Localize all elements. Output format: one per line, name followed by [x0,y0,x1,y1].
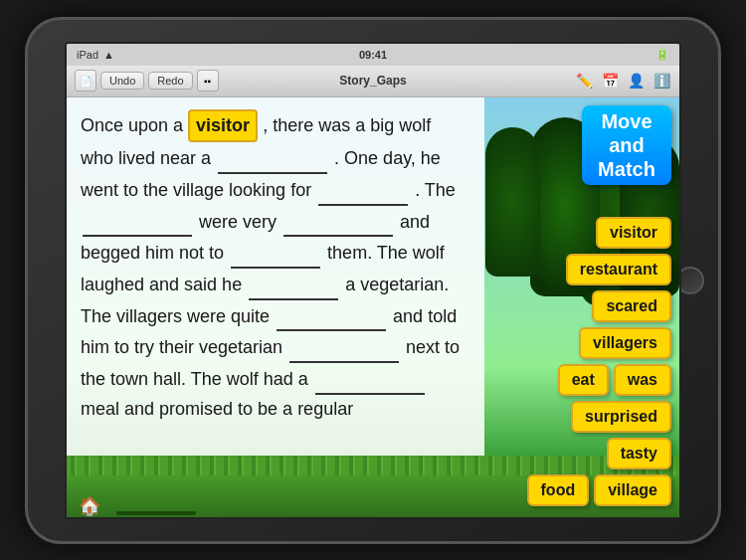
status-bar-time: 09:41 [359,49,387,61]
filled-time-word[interactable]: visitor [188,109,258,143]
ipad-label: iPad [77,49,98,61]
person-icon[interactable]: 👤 [626,71,646,91]
redo-button[interactable]: Redo [148,72,192,90]
doc-icon[interactable]: 📄 [75,70,96,92]
toolbar-layout-icon[interactable]: ▪▪ [197,70,219,92]
toolbar-title: Story_Gaps [339,74,406,88]
blank-4[interactable] [283,206,393,238]
info-icon[interactable]: ℹ️ [652,71,671,91]
word-tile-surprised[interactable]: surprised [571,401,671,433]
toolbar-right-icons: ✏️ 📅 👤 ℹ️ [574,71,671,91]
story-text-5: and [395,212,430,232]
story-text-1: , there was a big wolf [258,115,431,135]
status-bar: iPad ▲ 09:41 🔋 [67,44,679,66]
undo-button[interactable]: Undo [100,72,144,90]
battery-icon: 🔋 [655,48,669,61]
story-text-9: next to [401,337,460,357]
ipad-screen: iPad ▲ 09:41 🔋 📄 Undo Redo ▪▪ Story_Gaps… [65,42,681,519]
story-text-once: Once upon a [81,115,188,135]
word-tile-row-eat-was: eat was [558,364,671,396]
blank-7[interactable] [277,300,386,332]
blank-9[interactable] [315,363,425,395]
ipad-device: iPad ▲ 09:41 🔋 📄 Undo Redo ▪▪ Story_Gaps… [25,17,721,544]
status-bar-right: 🔋 [655,48,669,61]
word-tile-village[interactable]: village [594,474,671,506]
edit-icon[interactable]: ✏️ [574,71,594,91]
story-text-8: and told [388,306,457,326]
story-text-2: . One day, he [329,148,441,168]
move-match-button[interactable]: MoveandMatch [582,105,671,185]
story-text-went: went to the village looking for [81,180,316,200]
story-text-meal: meal and promised to be a regular [81,399,353,419]
calendar-icon[interactable]: 📅 [600,71,620,91]
story-text-panel: Once upon a visitor , there was a big wo… [67,97,484,471]
word-tile-restaurant[interactable]: restaurant [566,254,671,285]
story-text-him: him to try their vegetarian [81,337,287,357]
blank-5[interactable] [231,237,320,269]
word-tile-was[interactable]: was [614,364,671,396]
blank-3[interactable] [83,206,192,238]
word-tiles-container: visitor restaurant scared villagers eat … [527,217,671,506]
word-tile-row-tasty-food: tasty [607,438,671,469]
wifi-icon: ▲ [103,49,114,61]
word-tile-tasty[interactable]: tasty [607,438,671,469]
blank-6[interactable] [249,269,338,300]
story-text-begged: begged him not to [81,243,229,263]
word-tile-villagers[interactable]: villagers [579,327,671,359]
story-text-6: them. The wolf [322,243,445,263]
status-bar-left: iPad ▲ [77,49,114,61]
word-tile-row-food-village: food village [527,474,671,506]
blank-1[interactable] [218,142,327,174]
word-tile-scared[interactable]: scared [592,290,671,322]
move-match-label: MoveandMatch [598,109,655,181]
story-text-villagers: The villagers were quite [81,306,275,326]
story-text-who: who lived near a [81,148,216,168]
content-area: 🏠 Once upon a visitor , there was a big … [67,97,679,519]
toolbar: 📄 Undo Redo ▪▪ Story_Gaps ✏️ 📅 👤 ℹ️ [67,66,679,97]
blank-2[interactable] [318,174,408,206]
divider-line [116,511,196,515]
word-tile-visitor[interactable]: visitor [596,217,671,249]
doc-symbol: 📄 [80,76,92,87]
word-tile-eat[interactable]: eat [558,364,609,396]
house-icon[interactable]: 🏠 [79,495,100,517]
story-text-7: a vegetarian. [340,275,449,294]
story-text-laughed: laughed and said he [81,275,247,294]
story-text-3: . The [410,180,456,200]
layout-symbol: ▪▪ [204,76,211,87]
word-tile-food[interactable]: food [527,474,590,506]
story-text-4: were very [194,212,281,232]
story-text-town: the town hall. The wolf had a [81,369,313,389]
camera [370,30,376,36]
blank-8[interactable] [289,331,399,363]
